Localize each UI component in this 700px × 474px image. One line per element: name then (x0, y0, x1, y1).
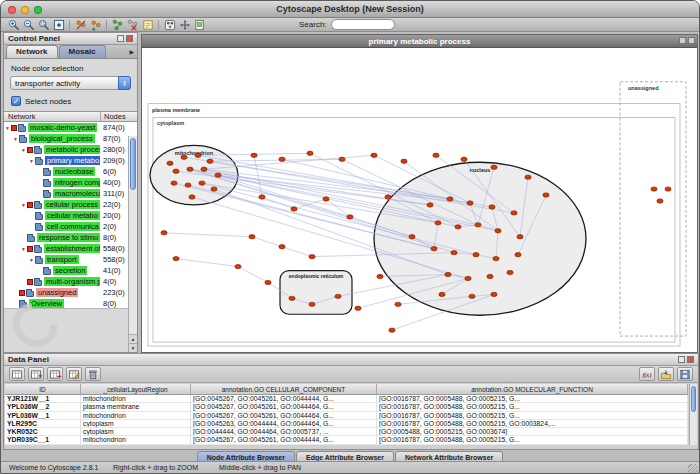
network-node[interactable] (507, 270, 513, 274)
formula-builder-icon[interactable]: f(x) (639, 367, 655, 381)
network-node[interactable] (347, 215, 353, 219)
column-header-annotation-go-cellular-component[interactable]: annotation.GO CELLULAR_COMPONENT (191, 384, 377, 394)
network-node[interactable] (409, 235, 415, 239)
network-node[interactable] (473, 252, 479, 256)
network-node[interactable] (207, 159, 213, 163)
network-node[interactable] (511, 211, 517, 215)
title-bar[interactable]: Cytoscape Desktop (New Session) (1, 1, 699, 18)
tree-row-cell-communica[interactable]: cell communica 2(0) (4, 221, 137, 232)
tree-row-mosaic-demo-yeast[interactable]: ▼ mosaic-demo-yeast 874(0) (4, 122, 137, 133)
network-edge[interactable] (190, 169, 412, 237)
expander-triangle-icon[interactable]: ▼ (28, 257, 35, 263)
network-edge[interactable] (282, 247, 312, 257)
network-view-titlebar[interactable]: primary metabolic process (142, 35, 697, 48)
table-scrollbar-thumb[interactable] (691, 386, 696, 412)
network-node[interactable] (309, 302, 315, 306)
network-node[interactable] (323, 197, 329, 201)
table-row[interactable]: YPL036W__1mitochondrion[GO:0045267, GO:0… (5, 412, 688, 420)
show-all-icon[interactable] (88, 18, 103, 31)
tab-scroll-right-icon[interactable]: ▶ (129, 48, 134, 55)
hide-selected-icon[interactable] (73, 18, 88, 31)
network-node[interactable] (657, 199, 663, 203)
tree-row-cellular-process[interactable]: ▼ cellular process 22(0) (4, 199, 137, 210)
network-node[interactable] (469, 294, 475, 298)
network-node[interactable] (475, 223, 481, 227)
expander-triangle-icon[interactable]: ▼ (20, 246, 27, 252)
float-view-icon[interactable] (679, 37, 686, 44)
attribute-create-icon[interactable] (28, 367, 44, 381)
network-node[interactable] (199, 181, 205, 185)
column-header-cellularlayoutregion[interactable]: _cellularLayoutRegion (81, 384, 191, 394)
close-view-icon[interactable] (688, 37, 695, 44)
resize-grip[interactable] (688, 464, 698, 474)
network-column-header[interactable]: Network (4, 112, 101, 121)
network-edge[interactable] (262, 197, 294, 209)
manual-layout-icon[interactable] (177, 18, 192, 31)
scrollbar-thumb[interactable] (130, 138, 136, 190)
tree-row-macromolecule[interactable]: macromolecule 311(0) (4, 188, 137, 199)
network-node[interactable] (461, 157, 467, 161)
tree-row-cellular-metabo[interactable]: cellular metabo 20(0) (4, 210, 137, 221)
network-node[interactable] (487, 274, 493, 278)
expander-triangle-icon[interactable]: ▼ (4, 125, 11, 131)
export-attributes-icon[interactable] (677, 367, 693, 381)
table-scrollbar[interactable] (689, 384, 697, 445)
network-node[interactable] (495, 229, 501, 233)
annotation-palette-icon[interactable] (140, 18, 155, 31)
zoom-selected-icon[interactable] (36, 18, 51, 31)
network-edge[interactable] (238, 267, 268, 283)
network-node[interactable] (377, 274, 383, 278)
network-node[interactable] (187, 167, 193, 171)
tree-row-response-to-stimu[interactable]: response to stimu 8(0) (4, 232, 137, 243)
expander-triangle-icon[interactable]: ▼ (20, 147, 27, 153)
network-node[interactable] (371, 153, 377, 157)
tab-mosaic[interactable]: Mosaic (59, 45, 106, 58)
nodes-column-header[interactable]: Nodes (101, 112, 137, 121)
scroll-down-icon[interactable]: ▼ (129, 343, 137, 352)
network-node[interactable] (451, 250, 457, 254)
destroy-network-icon[interactable] (125, 18, 140, 31)
attribute-delete-icon[interactable] (47, 367, 63, 381)
network-edge[interactable] (176, 259, 238, 267)
table-row[interactable]: YKR052Ccytoplasm[GO:0044444, GO:0044464,… (5, 428, 688, 436)
table-row[interactable]: YDR039C__1mitochondrion[GO:0045267, GO:0… (5, 436, 688, 444)
network-node[interactable] (265, 280, 271, 284)
column-header-id[interactable]: ID (5, 384, 81, 394)
region-nucleus[interactable] (374, 162, 586, 315)
expander-triangle-icon[interactable]: ▼ (12, 136, 19, 142)
expander-triangle-icon[interactable]: ▼ (28, 158, 35, 164)
float-data-panel-icon[interactable] (678, 356, 685, 363)
network-node[interactable] (279, 157, 285, 161)
network-node[interactable] (279, 245, 285, 249)
network-node[interactable] (181, 155, 187, 159)
network-node[interactable] (195, 153, 201, 157)
network-node[interactable] (173, 169, 179, 173)
tree-row-secretion[interactable]: secretion 41(0) (4, 265, 137, 276)
network-edge[interactable] (252, 237, 282, 247)
tree-row-primary-metabo[interactable]: ▼ primary metabo 209(0) (4, 155, 137, 166)
float-panel-icon[interactable] (117, 35, 124, 42)
tree-row-establishment-of-lo[interactable]: ▼ establishment of lo 558(0) (4, 243, 137, 254)
network-node[interactable] (185, 183, 191, 187)
network-node[interactable] (167, 161, 173, 165)
network-node[interactable] (515, 252, 521, 256)
network-node[interactable] (171, 181, 177, 185)
network-node[interactable] (517, 235, 523, 239)
tree-row-biological-process[interactable]: ▼ biological_process 87(0) (4, 133, 137, 144)
expander-triangle-icon[interactable]: ▼ (20, 202, 27, 208)
network-node[interactable] (435, 221, 441, 225)
network-node[interactable] (665, 187, 671, 191)
network-node[interactable] (467, 201, 473, 205)
network-node[interactable] (259, 195, 265, 199)
tree-row-nitrogen-compo[interactable]: nitrogen compo 40(0) (4, 177, 137, 188)
color-attribute-dropdown[interactable]: transporter activity ▲▼ (10, 76, 131, 90)
network-node[interactable] (249, 235, 255, 239)
network-node[interactable] (339, 157, 345, 161)
close-panel-icon[interactable] (126, 35, 133, 42)
network-node[interactable] (491, 165, 497, 169)
network-node[interactable] (433, 153, 439, 157)
attribute-select-icon[interactable] (9, 367, 25, 381)
network-node[interactable] (235, 264, 241, 268)
network-node[interactable] (355, 306, 361, 310)
table-row[interactable]: YPL036W__2plasma membrane[GO:0045267, GO… (5, 403, 688, 411)
